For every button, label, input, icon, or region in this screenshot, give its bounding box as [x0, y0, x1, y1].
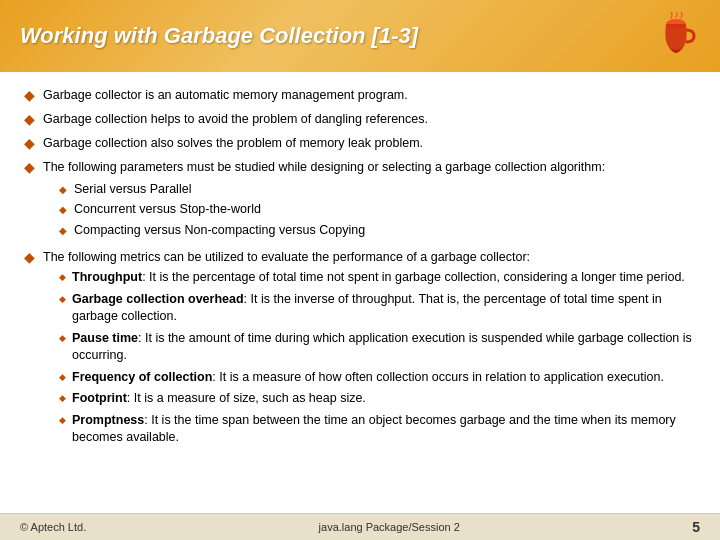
footer-session: java.lang Package/Session 2: [319, 521, 460, 533]
list-item: ◆ Footprint: It is a measure of size, su…: [59, 390, 696, 408]
bold-label: Garbage collection overhead: [72, 292, 244, 306]
sub-text: Throughput: It is the percentage of tota…: [72, 269, 696, 287]
sub-bullet-icon: ◆: [59, 372, 66, 382]
list-item: ◆ Garbage collection helps to avoid the …: [24, 110, 696, 128]
slide: Working with Garbage Collection [1-3] ◆ …: [0, 0, 720, 540]
bullet-icon: ◆: [24, 87, 35, 103]
header: Working with Garbage Collection [1-3]: [0, 0, 720, 72]
sub-text: Garbage collection overhead: It is the i…: [72, 291, 696, 326]
list-item: ◆ Serial versus Parallel: [59, 181, 696, 199]
bold-label: Throughput: [72, 270, 142, 284]
bold-label: Footprint: [72, 391, 127, 405]
sub-sub-list: ◆ Throughput: It is the percentage of to…: [59, 269, 696, 447]
list-item: ◆ Concurrent versus Stop-the-world: [59, 201, 696, 219]
bullet-icon: ◆: [24, 249, 35, 265]
list-item: ◆ Throughput: It is the percentage of to…: [59, 269, 696, 287]
bullet-text: Garbage collection also solves the probl…: [43, 134, 696, 152]
bullet-text: Garbage collection helps to avoid the pr…: [43, 110, 696, 128]
bold-label: Promptness: [72, 413, 144, 427]
list-item: ◆ Garbage collection also solves the pro…: [24, 134, 696, 152]
list-item: ◆ Garbage collector is an automatic memo…: [24, 86, 696, 104]
sub-text: Promptness: It is the time span between …: [72, 412, 696, 447]
list-item: ◆ Promptness: It is the time span betwee…: [59, 412, 696, 447]
bold-label: Pause time: [72, 331, 138, 345]
sub-bullet-icon: ◆: [59, 415, 66, 425]
list-item: ◆ The following parameters must be studi…: [24, 158, 696, 242]
sub-text: Frequency of collection: It is a measure…: [72, 369, 696, 387]
sub-text: Concurrent versus Stop-the-world: [74, 201, 696, 219]
list-item: ◆ The following metrics can be utilized …: [24, 248, 696, 451]
bullet-text: Garbage collector is an automatic memory…: [43, 86, 696, 104]
bullet-text: The following parameters must be studied…: [43, 160, 605, 174]
sub-bullet-icon: ◆: [59, 204, 67, 215]
sub-bullet-icon: ◆: [59, 272, 66, 282]
sub-bullet-icon: ◆: [59, 333, 66, 343]
bullet-icon: ◆: [24, 111, 35, 127]
bullet-icon: ◆: [24, 159, 35, 175]
list-item: ◆ Garbage collection overhead: It is the…: [59, 291, 696, 326]
sub-text: Compacting versus Non-compacting versus …: [74, 222, 696, 240]
sub-text: Pause time: It is the amount of time dur…: [72, 330, 696, 365]
sub-bullet-icon: ◆: [59, 393, 66, 403]
list-item: ◆ Pause time: It is the amount of time d…: [59, 330, 696, 365]
sub-bullet-icon: ◆: [59, 294, 66, 304]
list-item: ◆ Frequency of collection: It is a measu…: [59, 369, 696, 387]
bold-label: Frequency of collection: [72, 370, 212, 384]
footer-page: 5: [692, 519, 700, 535]
slide-title: Working with Garbage Collection [1-3]: [20, 23, 418, 49]
footer: © Aptech Ltd. java.lang Package/Session …: [0, 513, 720, 540]
java-logo-icon: [652, 12, 700, 60]
sub-bullet-icon: ◆: [59, 225, 67, 236]
footer-company: © Aptech Ltd.: [20, 521, 86, 533]
sub-text: Footprint: It is a measure of size, such…: [72, 390, 696, 408]
sub-list: ◆ Serial versus Parallel ◆ Concurrent ve…: [59, 181, 696, 240]
list-item: ◆ Compacting versus Non-compacting versu…: [59, 222, 696, 240]
content-area: ◆ Garbage collector is an automatic memo…: [0, 72, 720, 513]
sub-text: Serial versus Parallel: [74, 181, 696, 199]
bullet-text: The following metrics can be utilized to…: [43, 250, 530, 264]
bullet-icon: ◆: [24, 135, 35, 151]
sub-bullet-icon: ◆: [59, 184, 67, 195]
